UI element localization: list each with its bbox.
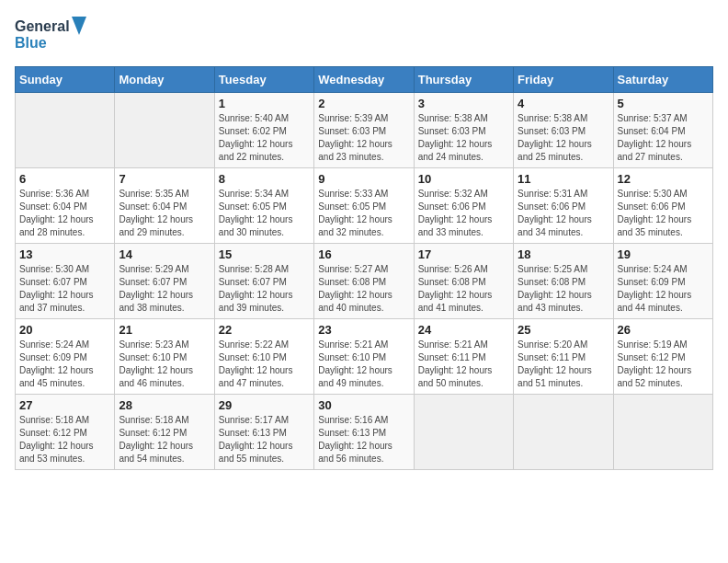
header-saturday: Saturday (613, 67, 712, 93)
day-detail: Sunrise: 5:17 AM Sunset: 6:13 PM Dayligh… (219, 414, 310, 465)
calendar-cell: 5Sunrise: 5:37 AM Sunset: 6:04 PM Daylig… (613, 93, 712, 168)
calendar-cell: 27Sunrise: 5:18 AM Sunset: 6:12 PM Dayli… (16, 395, 115, 470)
calendar-header-row: SundayMondayTuesdayWednesdayThursdayFrid… (16, 67, 713, 93)
day-detail: Sunrise: 5:19 AM Sunset: 6:12 PM Dayligh… (618, 339, 709, 390)
day-number: 30 (318, 398, 409, 412)
day-detail: Sunrise: 5:34 AM Sunset: 6:05 PM Dayligh… (219, 188, 310, 239)
day-detail: Sunrise: 5:38 AM Sunset: 6:03 PM Dayligh… (518, 112, 609, 164)
day-detail: Sunrise: 5:28 AM Sunset: 6:07 PM Dayligh… (219, 263, 310, 315)
calendar-cell: 21Sunrise: 5:23 AM Sunset: 6:10 PM Dayli… (115, 319, 214, 395)
calendar-cell: 16Sunrise: 5:27 AM Sunset: 6:08 PM Dayli… (314, 244, 414, 319)
day-number: 16 (318, 247, 409, 261)
header-monday: Monday (115, 67, 214, 93)
day-detail: Sunrise: 5:16 AM Sunset: 6:13 PM Dayligh… (318, 414, 409, 465)
day-detail: Sunrise: 5:26 AM Sunset: 6:08 PM Dayligh… (418, 263, 509, 315)
day-number: 19 (618, 247, 709, 261)
day-number: 24 (418, 323, 509, 337)
calendar-cell: 20Sunrise: 5:24 AM Sunset: 6:09 PM Dayli… (16, 319, 115, 395)
calendar-cell: 9Sunrise: 5:33 AM Sunset: 6:05 PM Daylig… (314, 168, 414, 244)
calendar-week-3: 20Sunrise: 5:24 AM Sunset: 6:09 PM Dayli… (16, 319, 713, 395)
day-number: 15 (219, 247, 310, 261)
day-detail: Sunrise: 5:39 AM Sunset: 6:03 PM Dayligh… (318, 112, 409, 164)
calendar-cell: 6Sunrise: 5:36 AM Sunset: 6:04 PM Daylig… (16, 168, 115, 244)
day-number: 12 (618, 172, 709, 186)
day-detail: Sunrise: 5:22 AM Sunset: 6:10 PM Dayligh… (219, 339, 310, 390)
day-number: 9 (318, 172, 409, 186)
calendar-cell: 8Sunrise: 5:34 AM Sunset: 6:05 PM Daylig… (214, 168, 313, 244)
day-number: 14 (119, 247, 210, 261)
day-detail: Sunrise: 5:21 AM Sunset: 6:11 PM Dayligh… (418, 339, 509, 390)
calendar-cell: 22Sunrise: 5:22 AM Sunset: 6:10 PM Dayli… (214, 319, 313, 395)
day-number: 20 (19, 323, 110, 337)
calendar-cell: 17Sunrise: 5:26 AM Sunset: 6:08 PM Dayli… (414, 244, 513, 319)
calendar-week-2: 13Sunrise: 5:30 AM Sunset: 6:07 PM Dayli… (16, 244, 713, 319)
calendar-table: SundayMondayTuesdayWednesdayThursdayFrid… (15, 66, 713, 470)
day-number: 7 (119, 172, 210, 186)
calendar-week-0: 1Sunrise: 5:40 AM Sunset: 6:02 PM Daylig… (16, 93, 713, 168)
day-number: 23 (318, 323, 409, 337)
day-number: 25 (518, 323, 609, 337)
day-detail: Sunrise: 5:18 AM Sunset: 6:12 PM Dayligh… (19, 414, 110, 465)
calendar-cell: 18Sunrise: 5:25 AM Sunset: 6:08 PM Dayli… (514, 244, 613, 319)
calendar-cell: 26Sunrise: 5:19 AM Sunset: 6:12 PM Dayli… (613, 319, 712, 395)
day-number: 22 (219, 323, 310, 337)
calendar-cell: 10Sunrise: 5:32 AM Sunset: 6:06 PM Dayli… (414, 168, 513, 244)
calendar-cell (414, 395, 513, 470)
calendar-week-4: 27Sunrise: 5:18 AM Sunset: 6:12 PM Dayli… (16, 395, 713, 470)
calendar-cell (115, 93, 214, 168)
calendar-cell: 19Sunrise: 5:24 AM Sunset: 6:09 PM Dayli… (613, 244, 712, 319)
day-number: 26 (618, 323, 709, 337)
calendar-cell: 29Sunrise: 5:17 AM Sunset: 6:13 PM Dayli… (214, 395, 313, 470)
day-detail: Sunrise: 5:35 AM Sunset: 6:04 PM Dayligh… (119, 188, 210, 239)
day-number: 8 (219, 172, 310, 186)
calendar-cell (613, 395, 712, 470)
day-number: 4 (518, 97, 609, 110)
day-detail: Sunrise: 5:37 AM Sunset: 6:04 PM Dayligh… (618, 112, 709, 164)
logo: GeneralBlue (15, 15, 88, 55)
calendar-cell: 7Sunrise: 5:35 AM Sunset: 6:04 PM Daylig… (115, 168, 214, 244)
svg-text:General: General (15, 18, 70, 34)
day-number: 10 (418, 172, 509, 186)
calendar-cell: 14Sunrise: 5:29 AM Sunset: 6:07 PM Dayli… (115, 244, 214, 319)
calendar-cell: 3Sunrise: 5:38 AM Sunset: 6:03 PM Daylig… (414, 93, 513, 168)
day-detail: Sunrise: 5:38 AM Sunset: 6:03 PM Dayligh… (418, 112, 509, 164)
calendar-cell (514, 395, 613, 470)
calendar-cell: 13Sunrise: 5:30 AM Sunset: 6:07 PM Dayli… (16, 244, 115, 319)
day-number: 17 (418, 247, 509, 261)
day-detail: Sunrise: 5:33 AM Sunset: 6:05 PM Dayligh… (318, 188, 409, 239)
calendar-cell: 15Sunrise: 5:28 AM Sunset: 6:07 PM Dayli… (214, 244, 313, 319)
header-wednesday: Wednesday (314, 67, 414, 93)
calendar-cell: 30Sunrise: 5:16 AM Sunset: 6:13 PM Dayli… (314, 395, 414, 470)
calendar-cell: 28Sunrise: 5:18 AM Sunset: 6:12 PM Dayli… (115, 395, 214, 470)
calendar-week-1: 6Sunrise: 5:36 AM Sunset: 6:04 PM Daylig… (16, 168, 713, 244)
day-detail: Sunrise: 5:40 AM Sunset: 6:02 PM Dayligh… (219, 112, 310, 164)
day-detail: Sunrise: 5:20 AM Sunset: 6:11 PM Dayligh… (518, 339, 609, 390)
day-number: 5 (618, 97, 709, 110)
day-detail: Sunrise: 5:25 AM Sunset: 6:08 PM Dayligh… (518, 263, 609, 315)
day-number: 21 (119, 323, 210, 337)
day-number: 2 (318, 97, 409, 110)
day-number: 6 (19, 172, 110, 186)
day-detail: Sunrise: 5:18 AM Sunset: 6:12 PM Dayligh… (119, 414, 210, 465)
calendar-cell: 12Sunrise: 5:30 AM Sunset: 6:06 PM Dayli… (613, 168, 712, 244)
day-detail: Sunrise: 5:21 AM Sunset: 6:10 PM Dayligh… (318, 339, 409, 390)
day-detail: Sunrise: 5:23 AM Sunset: 6:10 PM Dayligh… (119, 339, 210, 390)
header: GeneralBlue (15, 15, 713, 55)
calendar-cell: 1Sunrise: 5:40 AM Sunset: 6:02 PM Daylig… (214, 93, 313, 168)
day-number: 1 (219, 97, 310, 110)
svg-marker-2 (72, 17, 86, 35)
calendar-cell: 4Sunrise: 5:38 AM Sunset: 6:03 PM Daylig… (514, 93, 613, 168)
day-detail: Sunrise: 5:29 AM Sunset: 6:07 PM Dayligh… (119, 263, 210, 315)
header-tuesday: Tuesday (214, 67, 313, 93)
day-detail: Sunrise: 5:31 AM Sunset: 6:06 PM Dayligh… (518, 188, 609, 239)
calendar-cell: 23Sunrise: 5:21 AM Sunset: 6:10 PM Dayli… (314, 319, 414, 395)
calendar-cell (16, 93, 115, 168)
day-detail: Sunrise: 5:30 AM Sunset: 6:06 PM Dayligh… (618, 188, 709, 239)
day-detail: Sunrise: 5:27 AM Sunset: 6:08 PM Dayligh… (318, 263, 409, 315)
day-number: 28 (119, 398, 210, 412)
logo-icon: GeneralBlue (15, 15, 88, 55)
day-number: 18 (518, 247, 609, 261)
svg-text:Blue: Blue (15, 35, 47, 51)
day-number: 13 (19, 247, 110, 261)
day-detail: Sunrise: 5:32 AM Sunset: 6:06 PM Dayligh… (418, 188, 509, 239)
